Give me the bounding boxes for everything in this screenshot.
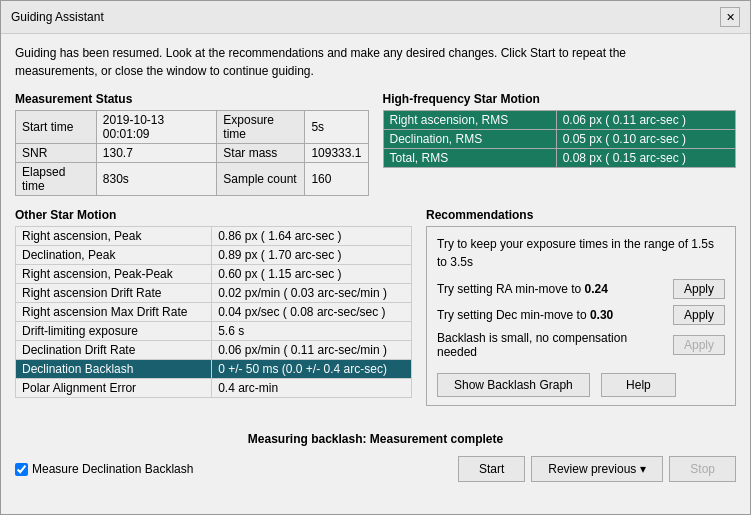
- measure-backlash-checkbox[interactable]: [15, 463, 28, 476]
- apply-dec-button[interactable]: Apply: [673, 305, 725, 325]
- table-row: Right ascension, Peak 0.86 px ( 1.64 arc…: [16, 227, 412, 246]
- rec-intro-text: Try to keep your exposure times in the r…: [437, 235, 725, 271]
- window-title: Guiding Assistant: [11, 10, 104, 24]
- measure-backlash-label: Measure Declination Backlash: [32, 462, 193, 476]
- value: 0.60 px ( 1.15 arc-sec ): [212, 265, 412, 284]
- label: Declination Backlash: [16, 360, 212, 379]
- star-mass-value: 109333.1: [305, 144, 368, 163]
- review-previous-button[interactable]: Review previous ▾: [531, 456, 663, 482]
- bottom-buttons: Start Review previous ▾ Stop: [458, 456, 736, 482]
- other-star-motion-panel: Other Star Motion Right ascension, Peak …: [15, 208, 412, 406]
- hf-star-motion-panel: High-frequency Star Motion Right ascensi…: [383, 92, 737, 196]
- content-area: Guiding has been resumed. Look at the re…: [1, 34, 750, 426]
- rec-ra-text: Try setting RA min-move to 0.24: [437, 282, 665, 296]
- bottom-bar: Measure Declination Backlash Start Revie…: [1, 450, 750, 492]
- label: Right ascension Drift Rate: [16, 284, 212, 303]
- value: 0.4 arc-min: [212, 379, 412, 398]
- title-bar: Guiding Assistant ✕: [1, 1, 750, 34]
- label: Polar Alignment Error: [16, 379, 212, 398]
- table-row: Declination, RMS 0.05 px ( 0.10 arc-sec …: [383, 130, 736, 149]
- value: 0.06 px/min ( 0.11 arc-sec/min ): [212, 341, 412, 360]
- exposure-time-label: Exposure time: [217, 111, 305, 144]
- dec-rms-value: 0.05 px ( 0.10 arc-sec ): [556, 130, 735, 149]
- sample-count-label: Sample count: [217, 163, 305, 196]
- intro-line1: Guiding has been resumed. Look at the re…: [15, 46, 626, 60]
- value: 0.02 px/min ( 0.03 arc-sec/min ): [212, 284, 412, 303]
- start-time-label: Start time: [16, 111, 97, 144]
- measurement-status-table: Start time 2019-10-13 00:01:09 Exposure …: [15, 110, 369, 196]
- recommendations-panel: Recommendations Try to keep your exposur…: [426, 208, 736, 406]
- label: Declination Drift Rate: [16, 341, 212, 360]
- star-motion-table: Right ascension, Peak 0.86 px ( 1.64 arc…: [15, 226, 412, 398]
- exposure-time-value: 5s: [305, 111, 368, 144]
- main-window: Guiding Assistant ✕ Guiding has been res…: [0, 0, 751, 515]
- measurement-status-title: Measurement Status: [15, 92, 369, 106]
- intro-text: Guiding has been resumed. Look at the re…: [15, 44, 736, 80]
- start-button[interactable]: Start: [458, 456, 525, 482]
- table-row: Right ascension Drift Rate 0.02 px/min (…: [16, 284, 412, 303]
- elapsed-time-value: 830s: [96, 163, 217, 196]
- elapsed-time-label: Elapsed time: [16, 163, 97, 196]
- value: 0.04 px/sec ( 0.08 arc-sec/sec ): [212, 303, 412, 322]
- chevron-down-icon: ▾: [640, 462, 646, 476]
- label: Declination, Peak: [16, 246, 212, 265]
- apply-backlash-button[interactable]: Apply: [673, 335, 725, 355]
- close-button[interactable]: ✕: [720, 7, 740, 27]
- total-rms-value: 0.08 px ( 0.15 arc-sec ): [556, 149, 735, 168]
- measure-backlash-checkbox-label[interactable]: Measure Declination Backlash: [15, 462, 193, 476]
- hf-table: Right ascension, RMS 0.06 px ( 0.11 arc-…: [383, 110, 737, 168]
- apply-ra-button[interactable]: Apply: [673, 279, 725, 299]
- dec-rms-label: Declination, RMS: [383, 130, 556, 149]
- snr-value: 130.7: [96, 144, 217, 163]
- table-row: Declination Drift Rate 0.06 px/min ( 0.1…: [16, 341, 412, 360]
- ra-rms-label: Right ascension, RMS: [383, 111, 556, 130]
- label: Right ascension Max Drift Rate: [16, 303, 212, 322]
- hf-star-motion-title: High-frequency Star Motion: [383, 92, 737, 106]
- label: Right ascension, Peak: [16, 227, 212, 246]
- rec-buttons-row: Show Backlash Graph Help: [437, 365, 725, 397]
- bottom-section: Other Star Motion Right ascension, Peak …: [15, 208, 736, 406]
- table-row: Right ascension Max Drift Rate 0.04 px/s…: [16, 303, 412, 322]
- total-rms-label: Total, RMS: [383, 149, 556, 168]
- table-row: Elapsed time 830s Sample count 160: [16, 163, 369, 196]
- recommendations-box: Try to keep your exposure times in the r…: [426, 226, 736, 406]
- rec-dec-value: 0.30: [590, 308, 613, 322]
- review-previous-label: Review previous: [548, 462, 636, 476]
- rec-row-dec: Try setting Dec min-move to 0.30 Apply: [437, 305, 725, 325]
- sample-count-value: 160: [305, 163, 368, 196]
- rec-row-ra: Try setting RA min-move to 0.24 Apply: [437, 279, 725, 299]
- star-mass-label: Star mass: [217, 144, 305, 163]
- rec-dec-text: Try setting Dec min-move to 0.30: [437, 308, 665, 322]
- start-time-value: 2019-10-13 00:01:09: [96, 111, 217, 144]
- other-star-motion-title: Other Star Motion: [15, 208, 412, 222]
- table-row: Right ascension, RMS 0.06 px ( 0.11 arc-…: [383, 111, 736, 130]
- table-row: Start time 2019-10-13 00:01:09 Exposure …: [16, 111, 369, 144]
- table-row: Right ascension, Peak-Peak 0.60 px ( 1.1…: [16, 265, 412, 284]
- help-button[interactable]: Help: [601, 373, 676, 397]
- ra-rms-value: 0.06 px ( 0.11 arc-sec ): [556, 111, 735, 130]
- value: 0.89 px ( 1.70 arc-sec ): [212, 246, 412, 265]
- status-text: Measuring backlash: Measurement complete: [1, 426, 750, 450]
- table-row: Total, RMS 0.08 px ( 0.15 arc-sec ): [383, 149, 736, 168]
- table-row: Polar Alignment Error 0.4 arc-min: [16, 379, 412, 398]
- table-row: Drift-limiting exposure 5.6 s: [16, 322, 412, 341]
- label: Drift-limiting exposure: [16, 322, 212, 341]
- rec-ra-value: 0.24: [585, 282, 608, 296]
- rec-backlash-text: Backlash is small, no compensation neede…: [437, 331, 665, 359]
- top-section: Measurement Status Start time 2019-10-13…: [15, 92, 736, 196]
- value: 0 +/- 50 ms (0.0 +/- 0.4 arc-sec): [212, 360, 412, 379]
- value: 0.86 px ( 1.64 arc-sec ): [212, 227, 412, 246]
- snr-label: SNR: [16, 144, 97, 163]
- value: 5.6 s: [212, 322, 412, 341]
- table-row: Declination, Peak 0.89 px ( 1.70 arc-sec…: [16, 246, 412, 265]
- table-row: SNR 130.7 Star mass 109333.1: [16, 144, 369, 163]
- measurement-status-panel: Measurement Status Start time 2019-10-13…: [15, 92, 369, 196]
- show-backlash-graph-button[interactable]: Show Backlash Graph: [437, 373, 590, 397]
- intro-line2: measurements, or close the window to con…: [15, 64, 314, 78]
- stop-button[interactable]: Stop: [669, 456, 736, 482]
- backlash-row: Declination Backlash 0 +/- 50 ms (0.0 +/…: [16, 360, 412, 379]
- label: Right ascension, Peak-Peak: [16, 265, 212, 284]
- rec-row-backlash: Backlash is small, no compensation neede…: [437, 331, 725, 359]
- recommendations-title: Recommendations: [426, 208, 736, 222]
